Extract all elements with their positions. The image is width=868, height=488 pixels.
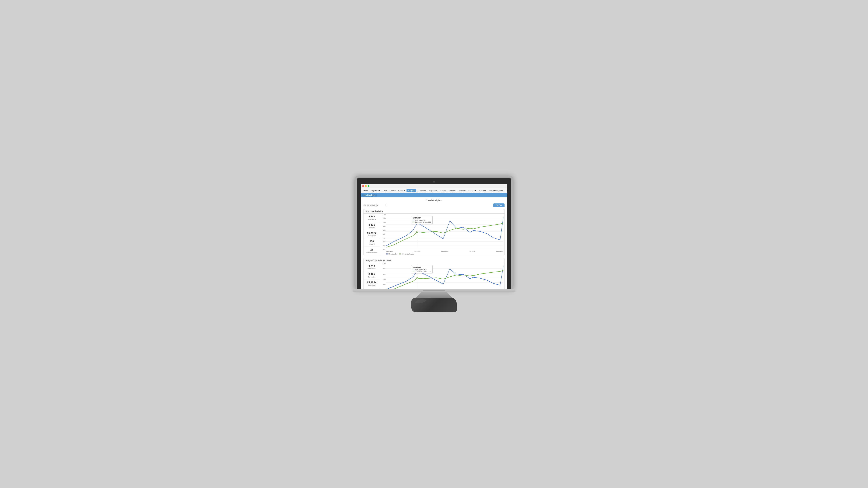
stat-converted-1-label: Converted (366, 227, 378, 229)
nav-leads[interactable]: Leads▾ (389, 189, 397, 193)
laptop-screen: Home Organizer▾ Chat Leads▾ Clients▾ Ana… (361, 184, 507, 289)
converted-lead-analytics-section: Analytics of Converted Leads 4 743 Total… (364, 258, 504, 289)
chart1-legend: New Leads Converted Leads (386, 253, 414, 255)
nav-clients[interactable]: Clients▾ (397, 189, 406, 193)
stat-total-leads-1-number: 4 743 (366, 215, 378, 218)
laptop-base (352, 289, 515, 292)
tooltip2-blue-dot (413, 269, 414, 270)
page-title: Lead Analytics (364, 199, 504, 202)
legend1-converted-label: Converted Leads (401, 253, 414, 255)
chart2-blue-line (386, 265, 503, 289)
stat-conversion-2: 65,88 % Conversion (364, 280, 380, 288)
chart2-tooltip: 15.04.2024 New Leads: 812 Converted Lead… (411, 265, 433, 273)
nav-schedule[interactable]: Schedule (447, 189, 457, 193)
chart2-svg-container: 15.04.2024 New Leads: 812 Converted Lead… (386, 264, 503, 289)
nav-departure[interactable]: Departure (428, 189, 438, 193)
chart1-green-line (386, 223, 503, 247)
chart1-y-axis: 1000 900 800 700 600 500 400 300 200 1 (380, 213, 386, 251)
new-lead-analytics-section: New Lead Analytics 4 743 Total Leads 3 1… (364, 209, 504, 255)
nav-organizer[interactable]: Organizer▾ (370, 189, 381, 193)
legend1-new-label: New Leads (389, 253, 397, 255)
tooltip1-new-leads: New Leads: 812 (413, 220, 431, 221)
stat-converted-1: 3 125 Converted (364, 222, 380, 230)
tooltip1-blue-dot (413, 220, 414, 221)
section1-body: 4 743 Total Leads 3 125 Converted 65,88 … (364, 213, 504, 255)
nav-orders[interactable]: Orders (439, 189, 447, 193)
stat-deleted-1: 100 Deleted (364, 238, 380, 247)
laptop-camera (433, 181, 435, 183)
stat-total-leads-1: 4 743 Total Leads (364, 213, 380, 222)
period-label: For the period: (364, 204, 375, 206)
subnav: Lead Analytics (361, 193, 507, 197)
nav-supplier[interactable]: Supplier▾ (477, 189, 488, 193)
tooltip1-converted: Converted Leads: 535 (413, 221, 431, 223)
chart1-area: 1000 900 800 700 600 500 400 300 200 1 (380, 213, 504, 255)
tooltip1-date: 15.04.2024 (413, 217, 431, 219)
stat-conversion-2-label: Conversion (366, 284, 378, 286)
section1-header: New Lead Analytics (364, 209, 504, 213)
tooltip2-green-dot (413, 271, 414, 272)
section2-body: 4 743 Total Leads 3 125 Converted 65,88 … (364, 263, 504, 289)
nav-chat[interactable]: Chat (382, 189, 388, 193)
tooltip1-green-dot (413, 222, 414, 223)
nav-finance[interactable]: Finance▾ (467, 189, 477, 193)
laptop-notch (423, 290, 445, 291)
stat-converted-2: 3 125 Converted (364, 271, 380, 280)
stat-deleted-1-number: 100 (366, 240, 378, 243)
stat-conversion-2-number: 65,88 % (366, 281, 378, 284)
show-button[interactable]: SHOW (493, 203, 504, 207)
chart1-svg (386, 214, 503, 248)
legend1-converted: Converted Leads (399, 253, 414, 255)
maximize-button[interactable] (368, 185, 369, 187)
stat-total-leads-2: 4 743 Total Leads (364, 263, 380, 271)
main-content: Lead Analytics For the period: - ▾ SHOW (361, 197, 507, 289)
stat-converted-2-label: Converted (366, 276, 378, 278)
stat-conversion-1-label: Conversion (366, 235, 378, 237)
nav-goods[interactable]: Goods▾ (504, 189, 507, 193)
navbar: Home Organizer▾ Chat Leads▾ Clients▾ Ana… (361, 188, 507, 193)
rock-stand (411, 298, 457, 312)
stat-without-phone-1: 25 Without Phone (364, 247, 380, 255)
chart1-x-axis: 01.04.2024 01.05.2024 01.06.2024 01.07.2… (386, 250, 503, 252)
stat-converted-2-number: 3 125 (366, 272, 378, 276)
chevron-down-icon: ▾ (385, 204, 386, 206)
stat-converted-1-number: 3 125 (366, 223, 378, 226)
laptop-bezel: Home Organizer▾ Chat Leads▾ Clients▾ Ana… (357, 178, 511, 289)
stat-deleted-1-label: Deleted (366, 243, 378, 245)
chart2-y-axis: 1000 900 800 700 600 500 (380, 263, 386, 289)
legend1-blue-dot (386, 253, 388, 255)
stat-without-phone-1-number: 25 (366, 248, 378, 251)
nav-analytics[interactable]: Analytics (406, 189, 416, 193)
tooltip2-new-leads: New Leads: 812 (413, 268, 431, 270)
chart2-svg (386, 264, 503, 289)
section2-stats: 4 743 Total Leads 3 125 Converted 65,88 … (364, 263, 380, 289)
chart1-green-dot (416, 231, 418, 233)
stat-total-leads-1-label: Total Leads (366, 219, 378, 220)
laptop-stand (416, 292, 452, 298)
tooltip2-date: 15.04.2024 (413, 266, 431, 268)
minimize-button[interactable] (365, 185, 367, 187)
nav-order-to-supplier[interactable]: Order to Supplier (488, 189, 504, 193)
stat-conversion-1: 65,88 % Conversion (364, 230, 380, 238)
chart1-svg-container: 15.04.2024 New Leads: 812 Converted Lead… (386, 214, 503, 248)
nav-home[interactable]: Home (362, 189, 370, 193)
chart1-blue-line (386, 217, 503, 246)
subnav-lead-analytics[interactable]: Lead Analytics (362, 194, 377, 197)
section2-header: Analytics of Converted Leads (364, 258, 504, 263)
stat-conversion-1-number: 65,88 % (366, 232, 378, 235)
laptop-outer: Home Organizer▾ Chat Leads▾ Clients▾ Ana… (355, 176, 513, 289)
chart2-area: 1000 900 800 700 600 500 (380, 263, 504, 289)
nav-invoices[interactable]: Invoices (458, 189, 467, 193)
period-input[interactable]: - ▾ (376, 204, 387, 207)
stat-total-leads-2-label: Total Leads (366, 268, 378, 269)
filter-bar: For the period: - ▾ SHOW (364, 203, 504, 207)
tooltip2-converted: Converted Leads: 535 (413, 270, 431, 272)
scene: Home Organizer▾ Chat Leads▾ Clients▾ Ana… (352, 176, 515, 312)
legend1-new: New Leads (386, 253, 397, 255)
chart1-tooltip: 15.04.2024 New Leads: 812 Converted Lead… (411, 216, 433, 224)
traffic-lights-bar (361, 184, 507, 188)
chart2-green-dot (416, 277, 418, 279)
stat-without-phone-1-label: Without Phone (366, 252, 378, 253)
nav-estimation[interactable]: Estimation (416, 189, 428, 193)
close-button[interactable] (362, 185, 364, 187)
